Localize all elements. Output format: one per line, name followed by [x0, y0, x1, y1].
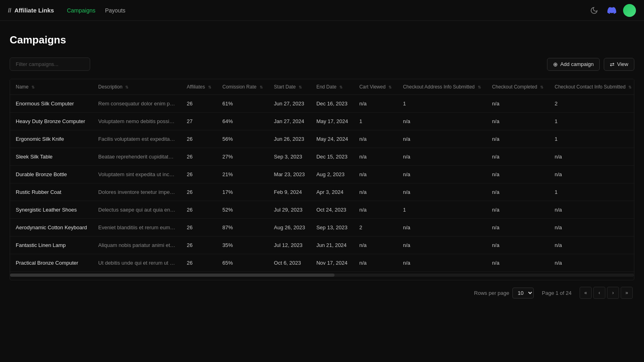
sort-commission-icon: ⇅: [260, 85, 263, 89]
view-label: View: [617, 61, 628, 67]
table-row[interactable]: Aerodynamic Cotton KeyboardEveniet bland…: [10, 219, 634, 237]
brand[interactable]: // Affiliate Links: [8, 7, 54, 14]
scrollbar-thumb: [10, 274, 334, 277]
table-header: Name ⇅ Description ⇅ Affiliates ⇅ Comiss…: [10, 79, 634, 95]
main-nav: Campaigns Payouts: [67, 7, 588, 14]
rows-per-page-label: Rows per page: [474, 290, 509, 296]
col-start-date[interactable]: Start Date ⇅: [268, 79, 311, 95]
col-cart-viewed[interactable]: Cart Viewed ⇅: [354, 79, 397, 95]
rows-per-page-select[interactable]: 10 25 50: [512, 288, 534, 298]
avatar[interactable]: [623, 4, 636, 17]
brand-label: Affiliate Links: [14, 7, 54, 14]
col-end-date[interactable]: End Date ⇅: [311, 79, 354, 95]
rows-per-page-control: Rows per page 10 25 50: [474, 288, 534, 298]
table-row[interactable]: Practical Bronze ComputerUt debitis unde…: [10, 254, 634, 272]
table-body: Enormous Silk ComputerRem consequatur do…: [10, 95, 634, 272]
page-prev-button[interactable]: ‹: [593, 287, 605, 299]
page-last-button[interactable]: »: [621, 287, 633, 299]
toolbar-right: ⊕ Add campaign ⇄ View: [547, 58, 634, 71]
col-checkout-address[interactable]: Checkout Address Info Submitted ⇅: [397, 79, 486, 95]
page-info: Page 1 of 24: [542, 290, 572, 296]
view-button[interactable]: ⇄ View: [604, 58, 634, 71]
sort-affiliates-icon: ⇅: [208, 85, 211, 89]
navbar-right: [588, 4, 636, 17]
page-next-button[interactable]: ›: [607, 287, 619, 299]
discord-button[interactable]: [605, 4, 618, 17]
col-checkout-contact[interactable]: Checkout Contact Info Submitted ⇅: [549, 79, 634, 95]
filter-input[interactable]: [10, 58, 90, 71]
brand-icon: //: [8, 7, 11, 14]
sort-checkout-contact-icon: ⇅: [628, 85, 632, 89]
add-campaign-icon: ⊕: [553, 61, 558, 68]
pagination-bar: Rows per page 10 25 50 Page 1 of 24 « ‹ …: [10, 280, 634, 305]
table-row[interactable]: Fantastic Linen LampAliquam nobis pariat…: [10, 237, 634, 254]
table-row[interactable]: Ergonomic Silk KnifeFacilis voluptatem e…: [10, 130, 634, 148]
table-row[interactable]: Heavy Duty Bronze ComputerVoluptatem nem…: [10, 113, 634, 130]
sort-end-icon: ⇅: [339, 85, 343, 89]
table-row[interactable]: Rustic Rubber CoatDolores inventore tene…: [10, 183, 634, 201]
sort-checkout-comp-icon: ⇅: [540, 85, 543, 89]
sort-checkout-addr-icon: ⇅: [478, 85, 481, 89]
table-row[interactable]: Sleek Silk TableBeatae reprehenderit cup…: [10, 148, 634, 166]
col-checkout-completed[interactable]: Checkout Completed ⇅: [487, 79, 549, 95]
page-navigation: « ‹ › »: [580, 287, 633, 299]
navbar: // Affiliate Links Campaigns Payouts: [0, 0, 644, 21]
main-content: Campaigns ⊕ Add campaign ⇄ View Name ⇅ D…: [0, 21, 644, 305]
col-name[interactable]: Name ⇅: [10, 79, 93, 95]
col-description[interactable]: Description ⇅: [93, 79, 181, 95]
table-row[interactable]: Enormous Silk ComputerRem consequatur do…: [10, 95, 634, 113]
view-icon: ⇄: [610, 61, 615, 68]
sort-start-icon: ⇅: [299, 85, 302, 89]
table-row[interactable]: Durable Bronze BottleVoluptatem sint exp…: [10, 166, 634, 183]
nav-payouts[interactable]: Payouts: [105, 7, 126, 14]
theme-toggle-button[interactable]: [588, 4, 601, 17]
horizontal-scrollbar[interactable]: [10, 274, 634, 277]
sort-description-icon: ⇅: [125, 85, 128, 89]
toolbar: ⊕ Add campaign ⇄ View: [10, 58, 634, 71]
add-campaign-button[interactable]: ⊕ Add campaign: [547, 58, 600, 71]
table-row[interactable]: Synergistic Leather ShoesDelectus saepe …: [10, 201, 634, 219]
page-first-button[interactable]: «: [580, 287, 592, 299]
add-campaign-label: Add campaign: [560, 61, 594, 67]
sort-name-icon: ⇅: [31, 85, 35, 89]
campaigns-table: Name ⇅ Description ⇅ Affiliates ⇅ Comiss…: [10, 79, 634, 272]
col-affiliates[interactable]: Affiliates ⇅: [181, 79, 217, 95]
campaigns-table-container: Name ⇅ Description ⇅ Affiliates ⇅ Comiss…: [10, 79, 634, 280]
page-title: Campaigns: [10, 34, 634, 46]
nav-campaigns[interactable]: Campaigns: [67, 7, 95, 14]
sort-cart-icon: ⇅: [388, 85, 392, 89]
col-commission[interactable]: Comission Rate ⇅: [217, 79, 268, 95]
